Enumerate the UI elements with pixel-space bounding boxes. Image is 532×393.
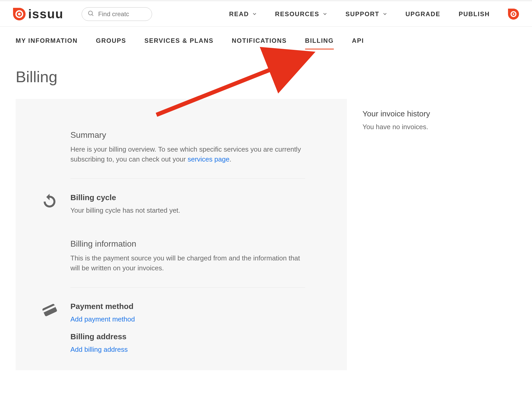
search-field[interactable]	[82, 7, 152, 21]
svg-point-7	[513, 13, 514, 15]
chevron-down-icon	[323, 10, 327, 18]
billing-cycle-text: Your billing cycle has not started yet.	[70, 206, 180, 216]
credit-card-icon	[42, 302, 60, 319]
services-page-link[interactable]: services page	[188, 155, 229, 163]
payment-method-heading: Payment method	[70, 302, 135, 311]
billing-info-text: This is the payment source you will be c…	[70, 253, 305, 273]
nav-label: SUPPORT	[346, 10, 379, 18]
brand-logo-icon	[13, 8, 26, 20]
billing-info-heading: Billing information	[70, 239, 305, 249]
svg-point-3	[89, 11, 93, 15]
chevron-down-icon	[383, 10, 387, 18]
nav-upgrade[interactable]: UPGRADE	[406, 10, 440, 18]
summary-heading: Summary	[70, 130, 305, 140]
brand-logo[interactable]: issuu	[13, 7, 63, 21]
refresh-icon	[42, 193, 60, 210]
search-input[interactable]	[98, 10, 146, 18]
page-title: Billing	[0, 50, 532, 99]
add-billing-address-link[interactable]: Add billing address	[70, 346, 128, 353]
invoice-history-heading: Your invoice history	[362, 109, 430, 118]
billing-card: Summary Here is your billing overview. T…	[16, 99, 347, 370]
search-icon	[88, 10, 94, 18]
tab-notifications[interactable]: NOTIFICATIONS	[232, 37, 287, 50]
sub-nav: MY INFORMATION GROUPS SERVICES & PLANS N…	[0, 27, 532, 50]
tab-api[interactable]: API	[352, 37, 364, 50]
nav-read[interactable]: READ	[229, 10, 257, 18]
nav-label: PUBLISH	[459, 10, 490, 18]
nav-label: RESOURCES	[275, 10, 319, 18]
divider	[70, 178, 305, 179]
nav-publish[interactable]: PUBLISH	[459, 10, 490, 18]
invoice-history-empty: You have no invoices.	[362, 123, 430, 131]
billing-cycle-heading: Billing cycle	[70, 193, 180, 202]
svg-point-2	[18, 13, 21, 15]
avatar-icon[interactable]	[508, 9, 519, 20]
top-nav: issuu READ RESOURCES SUPPORT UPGRADE PUB…	[0, 2, 532, 27]
nav-label: READ	[229, 10, 249, 18]
tab-groups[interactable]: GROUPS	[96, 37, 126, 50]
divider	[70, 287, 305, 288]
nav-resources[interactable]: RESOURCES	[275, 10, 327, 18]
brand-logo-text: issuu	[28, 7, 63, 21]
invoice-sidebar: Your invoice history You have no invoice…	[362, 99, 430, 370]
nav-support[interactable]: SUPPORT	[346, 10, 387, 18]
tab-billing[interactable]: BILLING	[305, 37, 334, 50]
billing-address-heading: Billing address	[70, 332, 135, 341]
nav-label: UPGRADE	[406, 10, 440, 18]
summary-text: Here is your billing overview. To see wh…	[70, 145, 305, 164]
tab-services-plans[interactable]: SERVICES & PLANS	[144, 37, 214, 50]
add-payment-method-link[interactable]: Add payment method	[70, 315, 135, 323]
tab-my-information[interactable]: MY INFORMATION	[16, 37, 78, 50]
chevron-down-icon	[252, 10, 257, 18]
svg-line-4	[92, 14, 93, 16]
